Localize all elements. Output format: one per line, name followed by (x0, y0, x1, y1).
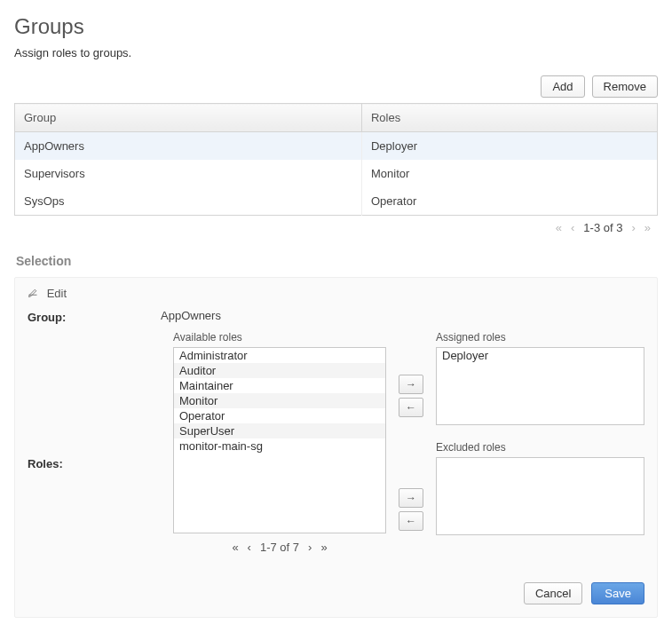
list-item[interactable]: monitor-main-sg (174, 438, 385, 454)
exclude-remove-button[interactable]: ← (399, 511, 423, 531)
selection-panel: Edit Group: AppOwners Roles: Available r… (14, 277, 658, 618)
available-pager: « ‹ 1-7 of 7 › » (173, 533, 386, 554)
list-item[interactable]: Deployer (437, 348, 644, 363)
avail-pager-next-icon[interactable]: › (308, 541, 312, 554)
add-button[interactable]: Add (541, 75, 584, 98)
group-field-value: AppOwners (161, 309, 221, 322)
available-roles-listbox[interactable]: AdministratorAuditorMaintainerMonitorOpe… (173, 347, 386, 533)
cell-group: AppOwners (15, 132, 362, 161)
list-item[interactable]: Operator (174, 408, 385, 423)
cell-group: SysOps (15, 187, 362, 216)
selection-heading: Selection (16, 254, 658, 268)
assign-remove-button[interactable]: ← (399, 398, 423, 417)
table-pager: « ‹ 1-3 of 3 › » (14, 216, 658, 247)
assigned-shuttle: → ← → ← (399, 331, 423, 554)
table-row[interactable]: SysOpsOperator (15, 187, 658, 216)
avail-pager-first-icon[interactable]: « (232, 541, 238, 554)
column-header-roles[interactable]: Roles (361, 104, 657, 132)
column-header-group[interactable]: Group (15, 104, 362, 132)
available-roles-label: Available roles (173, 331, 386, 344)
list-item[interactable]: SuperUser (174, 423, 385, 438)
pager-prev-icon[interactable]: ‹ (571, 221, 574, 234)
list-item[interactable]: Auditor (174, 363, 385, 378)
table-row[interactable]: SupervisorsMonitor (15, 160, 658, 187)
edit-bar[interactable]: Edit (15, 278, 657, 309)
page-title: Groups (14, 14, 658, 39)
avail-pager-last-icon[interactable]: » (320, 541, 327, 554)
list-item[interactable]: Monitor (174, 393, 385, 408)
excluded-roles-label: Excluded roles (436, 441, 644, 454)
cancel-button[interactable]: Cancel (524, 582, 582, 604)
pager-range: 1-3 of 3 (583, 221, 622, 234)
arrow-left-icon: ← (406, 515, 416, 527)
remove-button[interactable]: Remove (592, 75, 658, 98)
assigned-roles-label: Assigned roles (436, 331, 644, 344)
edit-label: Edit (47, 287, 67, 300)
cell-group: Supervisors (15, 160, 362, 187)
list-item[interactable]: Maintainer (174, 378, 385, 393)
footer-actions: Cancel Save (15, 570, 657, 617)
assigned-roles-listbox[interactable]: Deployer (436, 347, 644, 425)
table-row[interactable]: AppOwnersDeployer (15, 132, 658, 161)
save-button[interactable]: Save (591, 582, 644, 604)
cell-roles: Monitor (361, 160, 657, 187)
arrow-right-icon: → (406, 378, 416, 391)
avail-pager-range: 1-7 of 7 (260, 541, 299, 554)
pager-last-icon[interactable]: » (644, 221, 651, 234)
excluded-roles-listbox[interactable] (436, 457, 644, 535)
arrow-right-icon: → (406, 492, 416, 504)
roles-field-label: Roles: (28, 455, 161, 470)
edit-icon (28, 287, 38, 300)
avail-pager-prev-icon[interactable]: ‹ (248, 541, 251, 554)
list-item[interactable]: Administrator (174, 348, 385, 363)
pager-first-icon[interactable]: « (556, 221, 562, 234)
page-description: Assign roles to groups. (14, 46, 658, 59)
group-field-label: Group: (28, 309, 161, 324)
groups-table: Group Roles AppOwnersDeployerSupervisors… (14, 103, 658, 216)
cell-roles: Deployer (361, 132, 657, 161)
assign-add-button[interactable]: → (399, 375, 423, 394)
cell-roles: Operator (361, 187, 657, 216)
toolbar: Add Remove (14, 75, 658, 98)
exclude-add-button[interactable]: → (399, 488, 423, 508)
arrow-left-icon: ← (406, 401, 416, 414)
pager-next-icon[interactable]: › (631, 221, 635, 234)
